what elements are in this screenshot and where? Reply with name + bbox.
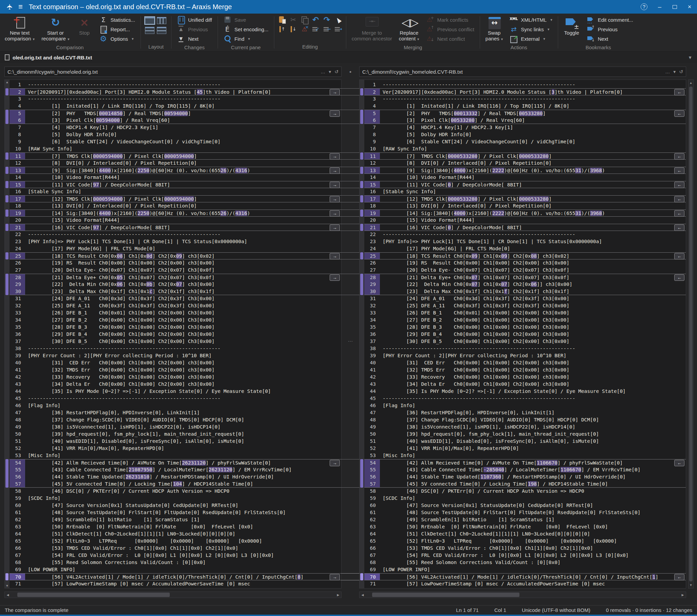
sync-links[interactable]: ⇄Sync links▾	[507, 25, 555, 34]
code-text[interactable]: [21] Delta Eye+ Ch0[0x07] Ch1[0x07] Ch2[…	[380, 274, 686, 281]
code-text[interactable]: [56] V4L2Activated[1] / Mode[1] / idleTi…	[380, 574, 686, 580]
code-text[interactable]: [39] hpd_request[0], fsm_phy_lock[1], ma…	[25, 430, 341, 438]
code-text[interactable]: [22] Delta Min Ch0[0x07] Ch1[0x07] Ch2[0…	[380, 281, 686, 288]
layout-option-1-icon[interactable]	[145, 17, 154, 24]
set-encoding[interactable]: ÉSet encoding...	[221, 25, 271, 34]
code-text[interactable]: [49] ScrambleEn[1] bitRatio [1] ScramSta…	[380, 516, 686, 523]
left-file-path-bar[interactable]: C:\_dimonml\!cygwin_home\oled.orig.txt ……	[4, 67, 342, 77]
right-hscroll-right-icon[interactable]: ▶	[680, 593, 686, 597]
code-text[interactable]: [Misc Info]	[380, 452, 686, 459]
code-text[interactable]: [29] DFE B_4 Ch0[0x00] Ch1[0x00] Ch2[0x0…	[25, 331, 341, 338]
code-text[interactable]: [41] VRR Min[0]/Max[0], RepeaterHPD[0]	[25, 445, 341, 452]
code-text[interactable]: [47] Source Version[0x1] StatusUpdate[0]…	[25, 502, 341, 509]
comparison-tab[interactable]: oled.orig.txt and oled.CVT-RB.txt	[13, 55, 92, 60]
merge-left-button[interactable]: ←	[674, 253, 684, 260]
xml-html[interactable]: XMLXML/HTML▾	[507, 15, 555, 25]
code-text[interactable]: [53] TMDS CED Valid/Error : Ch0[1][0x0] …	[380, 545, 686, 552]
right-path-overflow-icon[interactable]: …	[665, 69, 670, 74]
layout-option-4-icon[interactable]	[157, 27, 166, 34]
code-text[interactable]: ----------------------------------------…	[25, 231, 341, 238]
code-text[interactable]: [12] TMDS Clk[0000594000] / Pixel Clk[00…	[25, 195, 341, 202]
maximize-button[interactable]	[667, 0, 682, 14]
unified-diff[interactable]: Unified diff	[174, 15, 215, 25]
code-text[interactable]: [40] wasEDID[1], Disabled[0], isFreeSync…	[25, 438, 341, 445]
remove-change[interactable]: ⚠	[299, 25, 310, 34]
accept-change[interactable]: ✓	[311, 25, 321, 34]
code-text[interactable]: ----------------------------------------…	[380, 345, 686, 352]
merge-right-button[interactable]: →	[330, 224, 340, 231]
change-marker[interactable]	[5, 152, 9, 160]
change-marker[interactable]	[5, 195, 9, 202]
code-text[interactable]: [53] TMDS CED Valid/Error : Ch0[1][0x0] …	[25, 545, 341, 552]
code-text[interactable]: [57] LowPowerTimeStamp [0] msec / Accumu…	[380, 580, 686, 587]
code-text[interactable]: [3] Pixel Clk[00594000] / Real Vreq[60]	[25, 117, 341, 123]
code-text[interactable]: [52] FltLn0~3 LTPReq [0x0000] [0x0000] […	[25, 538, 341, 545]
code-text[interactable]: [51] ClkDetect[1] Ch0~2Locked[1][1][1] L…	[25, 530, 341, 538]
report[interactable]: Report...	[97, 25, 138, 34]
code-text[interactable]: [25] DFE A_11 Ch0[0x3f] Ch1[0x3f] Ch2[0x…	[25, 302, 341, 309]
change-marker[interactable]	[5, 209, 9, 217]
change-marker[interactable]	[360, 195, 363, 202]
minimize-button[interactable]: –	[652, 0, 667, 14]
code-text[interactable]: [6] Stable CNT[24] / VideoChangeCount[0]…	[380, 138, 686, 145]
right-path-history-icon[interactable]: ↺	[679, 69, 683, 74]
code-text[interactable]: [5] Dolby HDR Info[0]	[25, 131, 341, 138]
scroll-up-icon[interactable]: ▲	[689, 80, 693, 86]
right-horizontal-scrollbar[interactable]: ◀ ▶	[359, 591, 686, 598]
merge-left-button[interactable]: ←	[674, 574, 684, 580]
code-text[interactable]: [35] Is PHY Mode [0~2]? =>[-1] / Excepti…	[25, 388, 341, 395]
code-text[interactable]: [10] Video Format[R444]	[25, 174, 341, 181]
code-text[interactable]: [9] Sig:[3840](4000)x[2160](2222)@[60]Hz…	[380, 167, 686, 174]
left-hscroll-thumb[interactable]	[17, 592, 170, 597]
merge-right-button[interactable]: →	[330, 89, 340, 96]
code-text[interactable]: [7] TMDS Clk[0000594000] / Pixel Clk[000…	[25, 153, 341, 159]
change-marker[interactable]	[360, 252, 363, 260]
code-text[interactable]: [46] DSC[0] / PKTErr[0] / Current HDCP A…	[25, 488, 341, 495]
code-text[interactable]: [16] VIC Code[97] / DeepColorMode[ 8BIT]	[25, 224, 341, 231]
code-text[interactable]: [24] DFE A_01 Ch0[0x3d] Ch1[0x3f] Ch2[0x…	[380, 295, 686, 302]
code-text[interactable]: [54] FRL CED Valid/Error : L0 [0][0x0] L…	[380, 552, 686, 559]
options[interactable]: ⚙Options▾	[97, 34, 138, 43]
code-text[interactable]: [37] Change Flag:SCDC[0] VIDEO[0] AUDIO[…	[25, 416, 341, 424]
code-text[interactable]: [Misc Info]	[25, 452, 341, 459]
vertical-scrollbar-thumb[interactable]	[689, 87, 693, 581]
code-text[interactable]: [56] V4L2Activated[1] / Mode[1] / idleTi…	[25, 574, 341, 580]
paste[interactable]	[277, 15, 287, 25]
code-text[interactable]: [PHY Error Count : 2][PHY Error collecti…	[25, 352, 341, 359]
insert-marker-up[interactable]: ↑	[277, 25, 287, 34]
code-text[interactable]: [47] Source Version[0x1] StatusUpdate[0]…	[380, 502, 686, 509]
change-marker[interactable]	[5, 224, 9, 231]
change-marker[interactable]	[360, 274, 363, 295]
code-text[interactable]: [20] Delta Eye- Ch0[0x07] Ch1[0x07] Ch2[…	[25, 267, 341, 274]
code-text[interactable]: [28] DFE B_3 Ch0[0x00] Ch1[0x00] Ch2[0x0…	[380, 324, 686, 331]
code-text[interactable]: [12] TMDS Clk[0000533280] / Pixel Clk[00…	[380, 195, 686, 202]
code-text[interactable]: [42] Allm Recieved time[0] / AVMute On T…	[25, 459, 341, 466]
code-text[interactable]: ----------------------------------------…	[380, 395, 686, 402]
code-text[interactable]: [23] Delta Max Ch0[0x1f] Ch1[0x1f] Ch2[0…	[380, 288, 686, 295]
statistics[interactable]: ΣStatistics...	[97, 15, 138, 25]
change-marker[interactable]	[5, 88, 9, 96]
redo[interactable]: ↷	[322, 15, 332, 25]
left-horizontal-scrollbar[interactable]: ◀ ▶	[4, 591, 342, 598]
help-icon[interactable]: ?	[641, 3, 648, 10]
code-text[interactable]: ----------------------------------------…	[380, 96, 686, 103]
change-marker[interactable]	[5, 167, 9, 174]
code-text[interactable]: [55] Reed Solomon Corrections Valid/Coun…	[380, 559, 686, 566]
change-marker[interactable]	[360, 110, 363, 124]
code-text[interactable]: [30] DFE B_5 Ch0[0x00] Ch1[0x00] Ch2[0x0…	[25, 338, 341, 345]
change-marker[interactable]	[360, 88, 363, 96]
merge-left-button[interactable]: ←	[674, 274, 684, 281]
scroll-down-icon[interactable]: ▼	[689, 582, 693, 588]
code-text[interactable]: [36] RestartHPDFlag[0], HPDInverse[0], L…	[380, 409, 686, 416]
merge-right-button[interactable]: →	[330, 182, 340, 188]
code-text[interactable]: [52] FltLn0~3 LTPReq [0x0000] [0x0000] […	[380, 538, 686, 545]
change-marker[interactable]	[5, 573, 9, 580]
code-text[interactable]: ----------------------------------------…	[25, 81, 341, 88]
code-text[interactable]: [Flag Info]	[25, 402, 341, 409]
code-text[interactable]: [45] 5V connected Time[0] / Locking Time…	[380, 481, 686, 487]
cut[interactable]: ✂	[288, 15, 298, 25]
merge-right-button[interactable]: →	[330, 196, 340, 202]
code-text[interactable]: ----------------------------------------…	[25, 96, 341, 103]
code-text[interactable]: [2] PHY TMDS[00014850] / Real TMDS[00594…	[25, 110, 341, 117]
code-text[interactable]: [45] 5V connected Time[0] / Locking Time…	[25, 481, 341, 487]
